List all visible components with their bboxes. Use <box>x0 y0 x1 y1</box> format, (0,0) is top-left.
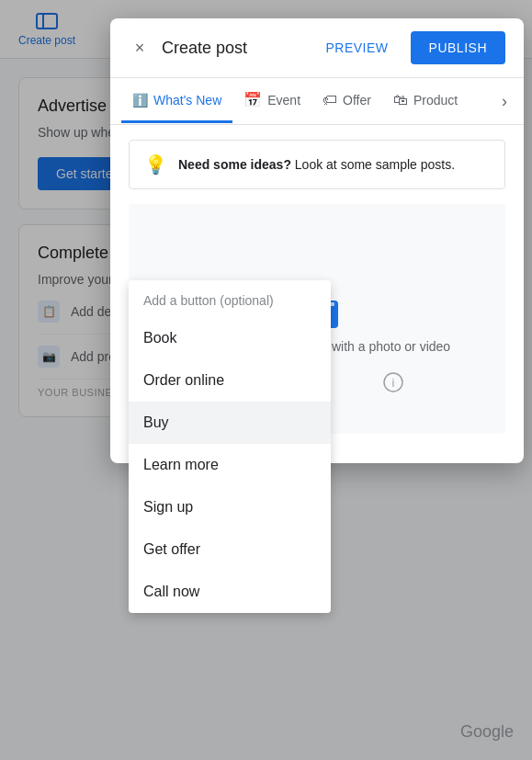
dropdown-item-call-now[interactable]: Call now <box>129 571 331 613</box>
info-icon[interactable]: i <box>383 372 403 397</box>
dropdown-item-book[interactable]: Book <box>129 317 331 359</box>
svg-text:i: i <box>392 376 395 390</box>
tab-product[interactable]: 🛍 Product <box>382 79 469 124</box>
offer-icon: 🏷 <box>323 92 337 108</box>
button-dropdown: Add a button (optional) Book Order onlin… <box>129 280 331 613</box>
dropdown-item-sign-up[interactable]: Sign up <box>129 486 331 528</box>
tab-whats-new[interactable]: ℹ️ What's New <box>121 80 232 123</box>
tab-product-label: Product <box>413 93 458 108</box>
dropdown-item-order-online[interactable]: Order online <box>129 359 331 402</box>
tabs-chevron-right-icon[interactable]: › <box>496 79 513 124</box>
ideas-banner[interactable]: 💡 Need some ideas? Look at some sample p… <box>129 140 505 189</box>
dialog-tabs: ℹ️ What's New 📅 Event 🏷 Offer 🛍 Product … <box>110 78 524 125</box>
dropdown-item-get-offer[interactable]: Get offer <box>129 528 331 571</box>
close-button[interactable]: × <box>129 37 151 59</box>
tab-offer-label: Offer <box>343 93 371 108</box>
publish-button[interactable]: PUBLISH <box>411 31 505 64</box>
tab-event-label: Event <box>267 93 300 108</box>
dialog-header: × Create post PREVIEW PUBLISH <box>110 18 524 78</box>
dropdown-item-learn-more[interactable]: Learn more <box>129 444 331 486</box>
tab-event[interactable]: 📅 Event <box>232 78 311 124</box>
tab-offer[interactable]: 🏷 Offer <box>311 79 382 124</box>
event-icon: 📅 <box>243 91 262 108</box>
whats-new-icon: ℹ️ <box>132 93 148 108</box>
lightbulb-icon: 💡 <box>144 153 167 176</box>
dropdown-header: Add a button (optional) <box>129 280 331 317</box>
preview-button[interactable]: PREVIEW <box>315 33 400 62</box>
tab-whats-new-label: What's New <box>153 93 221 108</box>
ideas-text: Need some ideas? Look at some sample pos… <box>178 157 455 172</box>
product-icon: 🛍 <box>393 92 408 108</box>
dialog-title: Create post <box>162 39 304 58</box>
dropdown-item-buy[interactable]: Buy <box>129 402 331 444</box>
